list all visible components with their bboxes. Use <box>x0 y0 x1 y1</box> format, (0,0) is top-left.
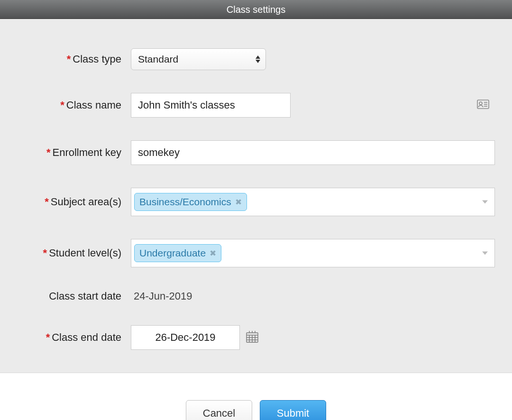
label-text: Class name <box>66 99 121 111</box>
label-end-date: *Class end date <box>17 331 131 344</box>
end-date-input[interactable] <box>131 325 240 350</box>
row-class-name: *Class name <box>17 93 495 118</box>
label-text: Class type <box>73 53 121 65</box>
label-student-levels: *Student level(s) <box>17 247 131 259</box>
row-end-date: *Class end date <box>17 325 495 350</box>
calendar-icon[interactable] <box>246 330 259 345</box>
cancel-button[interactable]: Cancel <box>186 400 252 420</box>
level-tag: Undergraduate ✖ <box>134 244 221 262</box>
contact-card-icon[interactable] <box>477 100 489 111</box>
chevron-down-icon <box>482 252 488 255</box>
subject-tag: Business/Economics ✖ <box>134 193 247 211</box>
svg-point-1 <box>479 102 482 105</box>
required-asterisk: * <box>43 247 47 259</box>
label-text: Subject area(s) <box>51 196 121 208</box>
student-levels-multiselect[interactable]: Undergraduate ✖ <box>131 239 495 267</box>
select-spinner-icon <box>256 55 260 63</box>
required-asterisk: * <box>46 146 51 158</box>
label-class-type: *Class type <box>17 53 131 65</box>
tag-label: Undergraduate <box>139 247 206 259</box>
class-type-value: Standard <box>138 54 178 65</box>
class-name-input[interactable] <box>131 93 291 118</box>
chevron-down-icon <box>482 201 488 204</box>
row-student-levels: *Student level(s) Undergraduate ✖ <box>17 239 495 267</box>
required-asterisk: * <box>60 99 64 111</box>
start-date-value: 24-Jun-2019 <box>131 290 192 302</box>
label-text: Student level(s) <box>49 247 121 259</box>
remove-tag-icon[interactable]: ✖ <box>210 248 216 258</box>
row-subject-areas: *Subject area(s) Business/Economics ✖ <box>17 188 495 216</box>
tag-label: Business/Economics <box>139 196 231 208</box>
enrollment-key-input[interactable] <box>131 140 495 165</box>
required-asterisk: * <box>45 196 49 208</box>
submit-button[interactable]: Submit <box>260 400 326 420</box>
label-subject-areas: *Subject area(s) <box>17 196 131 208</box>
label-class-name: *Class name <box>17 99 131 111</box>
row-class-type: *Class type Standard <box>17 48 495 70</box>
form-area: *Class type Standard *Class name <box>0 19 512 387</box>
required-asterisk: * <box>46 331 50 343</box>
class-type-select[interactable]: Standard <box>131 48 266 70</box>
required-asterisk: * <box>67 53 71 65</box>
label-start-date: Class start date <box>17 290 131 302</box>
label-text: Enrollment key <box>52 146 121 158</box>
label-text: Class start date <box>49 290 121 302</box>
dialog-title: Class settings <box>0 0 512 19</box>
row-enrollment-key: *Enrollment key <box>17 140 495 165</box>
subject-areas-multiselect[interactable]: Business/Economics ✖ <box>131 188 495 216</box>
footer: Cancel Submit <box>0 373 512 420</box>
label-enrollment-key: *Enrollment key <box>17 146 131 159</box>
remove-tag-icon[interactable]: ✖ <box>235 197 242 207</box>
label-text: Class end date <box>52 331 121 343</box>
row-start-date: Class start date 24-Jun-2019 <box>17 290 495 302</box>
